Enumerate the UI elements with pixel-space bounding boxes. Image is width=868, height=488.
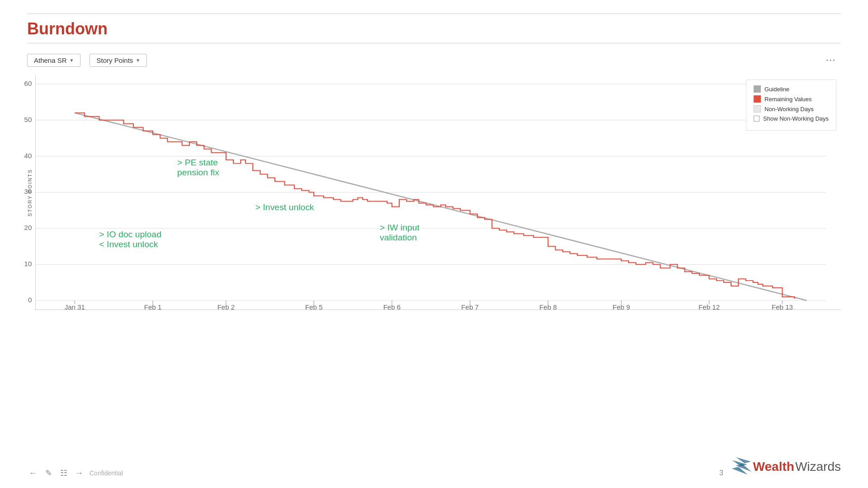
- legend-nonworking: Non-Working Days: [754, 105, 829, 113]
- svg-text:Feb 6: Feb 6: [383, 304, 401, 311]
- guideline-label: Guideline: [764, 86, 789, 93]
- logo-wealth: Wealth: [753, 460, 794, 474]
- metric-dropdown[interactable]: Story Points ▼: [90, 54, 147, 67]
- svg-text:0: 0: [28, 297, 32, 304]
- nav-forward-icon[interactable]: →: [73, 467, 85, 479]
- page-number: 3: [719, 469, 723, 477]
- chart-container: 0 10 20 30 40 50 60 Jan 31 Feb 1 Feb 2 F…: [35, 75, 841, 310]
- nonworking-color: [754, 105, 761, 113]
- footer: ← ✎ ☷ → Confidential 3 Wealth Wizards: [0, 467, 868, 479]
- svg-text:Feb 12: Feb 12: [698, 304, 720, 311]
- remaining-label: Remaining Values: [764, 96, 812, 103]
- legend-guideline: Guideline: [754, 85, 829, 93]
- legend-show-nonworking[interactable]: Show Non-Working Days: [754, 115, 829, 122]
- annotation-pe-state: > PE state: [177, 158, 218, 167]
- svg-text:Feb 2: Feb 2: [217, 304, 235, 311]
- nav-back-icon[interactable]: ←: [27, 467, 39, 479]
- logo-icon: [725, 454, 752, 479]
- annotation-invest-unlock: > Invest unlock: [255, 203, 315, 212]
- page: Burndown Athena SR ▼ Story Points ▼ ⋯ ST…: [0, 0, 868, 488]
- svg-text:Feb 5: Feb 5: [305, 304, 323, 311]
- nav-grid-icon[interactable]: ☷: [58, 467, 70, 479]
- svg-text:Feb 13: Feb 13: [772, 304, 793, 311]
- metric-label: Story Points: [96, 56, 133, 64]
- svg-text:20: 20: [24, 225, 32, 231]
- svg-text:validation: validation: [380, 233, 417, 242]
- svg-text:< Invest unlock: < Invest unlock: [99, 240, 158, 249]
- svg-text:50: 50: [24, 116, 32, 123]
- sprint-caret: ▼: [70, 58, 74, 63]
- svg-text:Feb 9: Feb 9: [613, 304, 630, 311]
- svg-text:40: 40: [24, 152, 32, 159]
- burndown-chart: 0 10 20 30 40 50 60 Jan 31 Feb 1 Feb 2 F…: [36, 75, 841, 310]
- top-rule: [27, 14, 841, 14]
- guideline-color: [754, 85, 761, 93]
- nav-icons: ← ✎ ☷ →: [27, 467, 85, 479]
- svg-text:pension fix: pension fix: [177, 168, 220, 177]
- svg-text:60: 60: [24, 80, 32, 87]
- controls-bar: Athena SR ▼ Story Points ▼ ⋯: [27, 52, 841, 68]
- svg-text:30: 30: [24, 188, 32, 195]
- nav-edit-icon[interactable]: ✎: [42, 467, 54, 479]
- sprint-dropdown[interactable]: Athena SR ▼: [27, 54, 80, 67]
- svg-text:Jan 31: Jan 31: [65, 304, 85, 311]
- show-nonworking-label: Show Non-Working Days: [763, 115, 829, 122]
- more-button[interactable]: ⋯: [821, 52, 841, 68]
- bottom-rule: [27, 43, 841, 43]
- svg-text:Feb 7: Feb 7: [461, 304, 479, 311]
- confidential-label: Confidential: [90, 469, 123, 477]
- metric-caret: ▼: [136, 58, 140, 63]
- svg-text:10: 10: [24, 261, 32, 267]
- show-nonworking-checkbox[interactable]: [754, 116, 760, 122]
- annotation-io-doc: > IO doc upload: [99, 230, 161, 239]
- remaining-color: [754, 95, 761, 103]
- logo-wizards: Wizards: [795, 460, 841, 474]
- chart-legend: Guideline Remaining Values Non-Working D…: [746, 80, 836, 131]
- chart-area: STORY POINTS 0 10 20 30 40 50: [27, 75, 841, 310]
- svg-text:Feb 8: Feb 8: [539, 304, 557, 311]
- nonworking-label: Non-Working Days: [764, 106, 814, 113]
- logo-area: Wealth Wizards: [725, 454, 841, 479]
- svg-text:Feb 1: Feb 1: [144, 304, 162, 311]
- annotation-iw-input: > IW input: [380, 223, 420, 232]
- legend-remaining: Remaining Values: [754, 95, 829, 103]
- page-title: Burndown: [27, 19, 841, 38]
- sprint-label: Athena SR: [34, 56, 67, 64]
